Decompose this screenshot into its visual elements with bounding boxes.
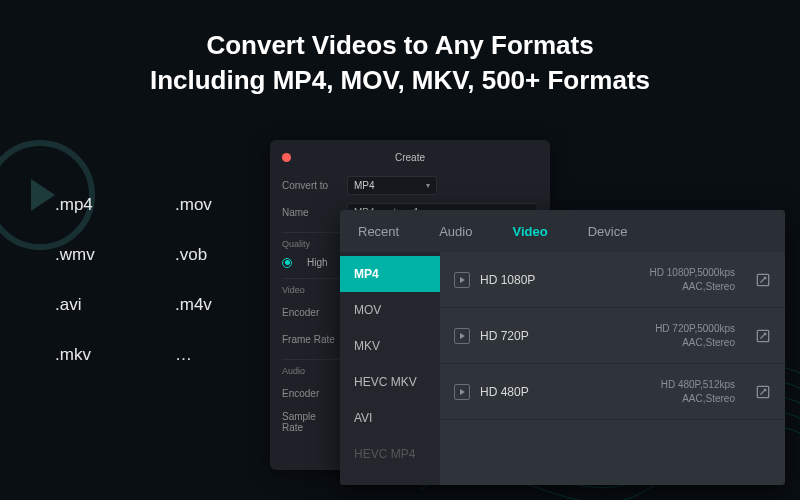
audio-encoder-label: Encoder (282, 388, 337, 399)
sidebar-item-hevc-mkv[interactable]: HEVC MKV (340, 364, 440, 400)
tab-device[interactable]: Device (588, 224, 628, 239)
tab-video[interactable]: Video (512, 224, 547, 239)
play-icon (454, 328, 470, 344)
frame-rate-label: Frame Rate (282, 334, 337, 345)
video-encoder-label: Encoder (282, 307, 337, 318)
tab-recent[interactable]: Recent (358, 224, 399, 239)
convert-to-label: Convert to (282, 180, 337, 191)
preset-name: HD 480P (480, 385, 570, 399)
convert-to-value: MP4 (354, 180, 375, 191)
sample-rate-label: Sample Rate (282, 411, 337, 433)
format-ext: .mov (175, 195, 265, 215)
preset-list: HD 1080P HD 1080P,5000kpsAAC,Stereo HD 7… (440, 252, 785, 485)
chevron-down-icon: ▾ (426, 181, 430, 190)
list-item[interactable]: HD 480P HD 480P,512kpsAAC,Stereo (440, 364, 785, 420)
preset-meta: HD 480P,512kpsAAC,Stereo (580, 378, 735, 405)
preset-name: HD 720P (480, 329, 570, 343)
headline: Convert Videos to Any Formats Including … (0, 0, 800, 98)
sidebar-item-mkv[interactable]: MKV (340, 328, 440, 364)
headline-line2: Including MP4, MOV, MKV, 500+ Formats (150, 65, 650, 95)
format-ext: .mp4 (55, 195, 145, 215)
quality-high-label: High (307, 257, 328, 268)
format-ext: .avi (55, 295, 145, 315)
format-ext: .wmv (55, 245, 145, 265)
format-ext: .vob (175, 245, 265, 265)
format-grid: .mp4 .mov .wmv .vob .avi .m4v .mkv … (55, 195, 265, 365)
headline-line1: Convert Videos to Any Formats (206, 30, 593, 60)
play-icon (454, 384, 470, 400)
preset-meta: HD 720P,5000kpsAAC,Stereo (580, 322, 735, 349)
preset-name: HD 1080P (480, 273, 570, 287)
name-label: Name (282, 207, 337, 218)
edit-icon[interactable] (755, 384, 771, 400)
quality-radio-high[interactable] (282, 258, 292, 268)
sidebar-item-mov[interactable]: MOV (340, 292, 440, 328)
convert-to-select[interactable]: MP4 ▾ (347, 176, 437, 195)
edit-icon[interactable] (755, 328, 771, 344)
format-picker-window: Recent Audio Video Device MP4 MOV MKV HE… (340, 210, 785, 485)
list-item[interactable]: HD 1080P HD 1080P,5000kpsAAC,Stereo (440, 252, 785, 308)
format-ext: .mkv (55, 345, 145, 365)
sidebar-item-avi[interactable]: AVI (340, 400, 440, 436)
picker-tabs: Recent Audio Video Device (340, 210, 785, 252)
format-ext: .m4v (175, 295, 265, 315)
edit-icon[interactable] (755, 272, 771, 288)
tab-audio[interactable]: Audio (439, 224, 472, 239)
preset-meta: HD 1080P,5000kpsAAC,Stereo (580, 266, 735, 293)
format-sidebar: MP4 MOV MKV HEVC MKV AVI HEVC MP4 (340, 252, 440, 485)
list-item[interactable]: HD 720P HD 720P,5000kpsAAC,Stereo (440, 308, 785, 364)
format-ext: … (175, 345, 265, 365)
play-icon (454, 272, 470, 288)
sidebar-item-mp4[interactable]: MP4 (340, 256, 440, 292)
window-title: Create (282, 152, 538, 163)
sidebar-item-hevc-mp4[interactable]: HEVC MP4 (340, 436, 440, 472)
